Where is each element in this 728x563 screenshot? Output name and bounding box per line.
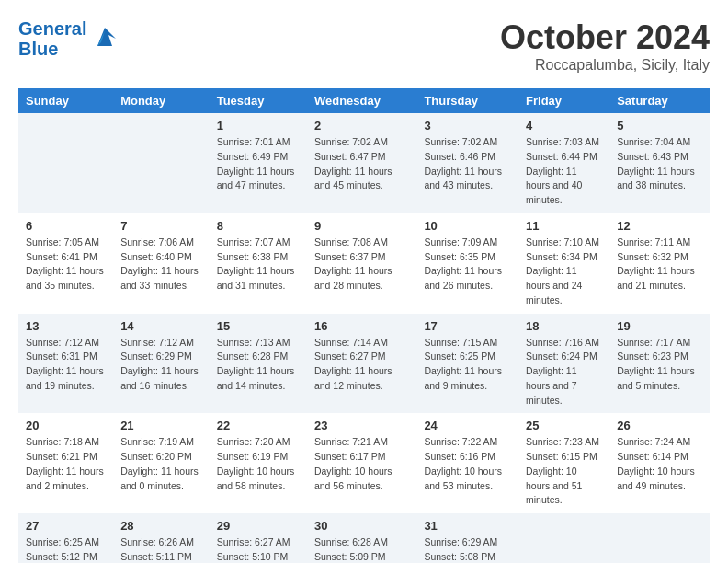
day-info: Sunrise: 6:28 AMSunset: 5:09 PMDaylight:… [314,535,409,563]
day-info: Sunrise: 6:25 AMSunset: 5:12 PMDaylight:… [26,535,106,563]
day-number: 3 [424,119,511,132]
day-info: Sunrise: 7:15 AMSunset: 6:25 PMDaylight:… [424,336,511,394]
day-number: 27 [26,519,106,533]
calendar-body: 1Sunrise: 7:01 AMSunset: 6:49 PMDaylight… [18,113,710,563]
calendar-cell: 23Sunrise: 7:21 AMSunset: 6:17 PMDayligh… [307,413,416,513]
day-number: 5 [617,119,702,132]
day-info: Sunrise: 7:22 AMSunset: 6:16 PMDaylight:… [424,435,511,493]
calendar-cell [18,113,113,213]
day-number: 26 [617,419,702,432]
title-block: October 2024 Roccapalumba, Sicily, Italy [500,18,710,74]
calendar-cell: 22Sunrise: 7:20 AMSunset: 6:19 PMDayligh… [210,413,307,513]
calendar-cell: 15Sunrise: 7:13 AMSunset: 6:28 PMDayligh… [210,314,307,414]
calendar-cell: 24Sunrise: 7:22 AMSunset: 6:16 PMDayligh… [416,413,518,513]
calendar-cell: 6Sunrise: 7:05 AMSunset: 6:41 PMDaylight… [18,213,113,314]
weekday-header-tuesday: Tuesday [210,88,307,113]
day-number: 29 [217,519,300,533]
day-number: 16 [314,319,409,333]
day-number: 9 [314,219,409,233]
day-info: Sunrise: 7:01 AMSunset: 6:49 PMDaylight:… [217,135,300,193]
calendar-cell: 12Sunrise: 7:11 AMSunset: 6:32 PMDayligh… [609,213,710,314]
weekday-header-row: SundayMondayTuesdayWednesdayThursdayFrid… [18,88,710,113]
day-info: Sunrise: 7:16 AMSunset: 6:24 PMDaylight:… [526,336,602,408]
calendar-week-row: 13Sunrise: 7:12 AMSunset: 6:31 PMDayligh… [18,314,710,414]
calendar-cell: 16Sunrise: 7:14 AMSunset: 6:27 PMDayligh… [307,314,416,414]
logo-icon [90,24,119,53]
day-number: 7 [120,219,202,233]
day-number: 13 [26,319,106,333]
day-info: Sunrise: 7:10 AMSunset: 6:34 PMDaylight:… [526,236,602,308]
day-number: 2 [314,119,409,132]
day-number: 17 [424,319,511,333]
day-info: Sunrise: 7:20 AMSunset: 6:19 PMDaylight:… [217,435,300,493]
day-info: Sunrise: 7:05 AMSunset: 6:41 PMDaylight:… [26,236,106,293]
day-info: Sunrise: 7:12 AMSunset: 6:29 PMDaylight:… [120,336,202,394]
day-number: 30 [314,519,409,533]
day-number: 20 [26,419,106,432]
calendar-week-row: 20Sunrise: 7:18 AMSunset: 6:21 PMDayligh… [18,413,710,513]
day-info: Sunrise: 7:07 AMSunset: 6:38 PMDaylight:… [217,236,300,293]
day-info: Sunrise: 7:09 AMSunset: 6:35 PMDaylight:… [424,236,511,293]
day-number: 11 [526,219,602,233]
day-info: Sunrise: 7:14 AMSunset: 6:27 PMDaylight:… [314,336,409,394]
calendar-cell: 1Sunrise: 7:01 AMSunset: 6:49 PMDaylight… [210,113,307,213]
calendar-week-row: 6Sunrise: 7:05 AMSunset: 6:41 PMDaylight… [18,213,710,314]
day-info: Sunrise: 7:13 AMSunset: 6:28 PMDaylight:… [217,336,300,394]
day-info: Sunrise: 7:11 AMSunset: 6:32 PMDaylight:… [617,236,702,293]
calendar-cell: 29Sunrise: 6:27 AMSunset: 5:10 PMDayligh… [210,513,307,563]
day-info: Sunrise: 6:27 AMSunset: 5:10 PMDaylight:… [217,535,300,563]
day-number: 24 [424,419,511,432]
month-title: October 2024 [500,18,710,57]
day-number: 28 [120,519,202,533]
day-number: 22 [217,419,300,432]
day-info: Sunrise: 6:29 AMSunset: 5:08 PMDaylight:… [424,535,511,563]
day-info: Sunrise: 7:06 AMSunset: 6:40 PMDaylight:… [120,236,202,293]
day-info: Sunrise: 7:18 AMSunset: 6:21 PMDaylight:… [26,435,106,493]
calendar-cell: 28Sunrise: 6:26 AMSunset: 5:11 PMDayligh… [113,513,210,563]
weekday-header-monday: Monday [113,88,210,113]
day-info: Sunrise: 7:04 AMSunset: 6:43 PMDaylight:… [617,135,702,193]
logo-text: General Blue [18,18,86,59]
calendar-cell: 20Sunrise: 7:18 AMSunset: 6:21 PMDayligh… [18,413,113,513]
day-info: Sunrise: 7:17 AMSunset: 6:23 PMDaylight:… [617,336,702,394]
weekday-header-sunday: Sunday [18,88,113,113]
day-info: Sunrise: 7:21 AMSunset: 6:17 PMDaylight:… [314,435,409,493]
day-info: Sunrise: 6:26 AMSunset: 5:11 PMDaylight:… [120,535,202,563]
day-number: 25 [526,419,602,432]
day-info: Sunrise: 7:02 AMSunset: 6:47 PMDaylight:… [314,135,409,193]
calendar-week-row: 1Sunrise: 7:01 AMSunset: 6:49 PMDaylight… [18,113,710,213]
calendar-cell: 25Sunrise: 7:23 AMSunset: 6:15 PMDayligh… [518,413,609,513]
weekday-header-friday: Friday [518,88,609,113]
calendar-cell: 17Sunrise: 7:15 AMSunset: 6:25 PMDayligh… [416,314,518,414]
weekday-header-thursday: Thursday [416,88,518,113]
calendar-cell: 19Sunrise: 7:17 AMSunset: 6:23 PMDayligh… [609,314,710,414]
calendar-header: SundayMondayTuesdayWednesdayThursdayFrid… [18,88,710,113]
calendar-cell: 30Sunrise: 6:28 AMSunset: 5:09 PMDayligh… [307,513,416,563]
calendar-cell: 9Sunrise: 7:08 AMSunset: 6:37 PMDaylight… [307,213,416,314]
calendar-cell: 21Sunrise: 7:19 AMSunset: 6:20 PMDayligh… [113,413,210,513]
day-info: Sunrise: 7:23 AMSunset: 6:15 PMDaylight:… [526,435,602,508]
day-info: Sunrise: 7:12 AMSunset: 6:31 PMDaylight:… [26,336,106,394]
calendar-cell [113,113,210,213]
calendar-cell: 3Sunrise: 7:02 AMSunset: 6:46 PMDaylight… [416,113,518,213]
calendar-cell: 18Sunrise: 7:16 AMSunset: 6:24 PMDayligh… [518,314,609,414]
calendar-cell: 2Sunrise: 7:02 AMSunset: 6:47 PMDaylight… [307,113,416,213]
day-number: 23 [314,419,409,432]
calendar-cell: 7Sunrise: 7:06 AMSunset: 6:40 PMDaylight… [113,213,210,314]
calendar-cell: 8Sunrise: 7:07 AMSunset: 6:38 PMDaylight… [210,213,307,314]
day-number: 4 [526,119,602,132]
day-number: 18 [526,319,602,333]
day-number: 15 [217,319,300,333]
day-number: 19 [617,319,702,333]
day-number: 10 [424,219,511,233]
weekday-header-saturday: Saturday [609,88,710,113]
day-number: 1 [217,119,300,132]
weekday-header-wednesday: Wednesday [307,88,416,113]
calendar-week-row: 27Sunrise: 6:25 AMSunset: 5:12 PMDayligh… [18,513,710,563]
day-number: 6 [26,219,106,233]
calendar-cell [609,513,710,563]
calendar-cell: 5Sunrise: 7:04 AMSunset: 6:43 PMDaylight… [609,113,710,213]
day-info: Sunrise: 7:03 AMSunset: 6:44 PMDaylight:… [526,135,602,208]
day-info: Sunrise: 7:02 AMSunset: 6:46 PMDaylight:… [424,135,511,193]
page-header: General Blue October 2024 Roccapalumba, … [18,18,710,74]
